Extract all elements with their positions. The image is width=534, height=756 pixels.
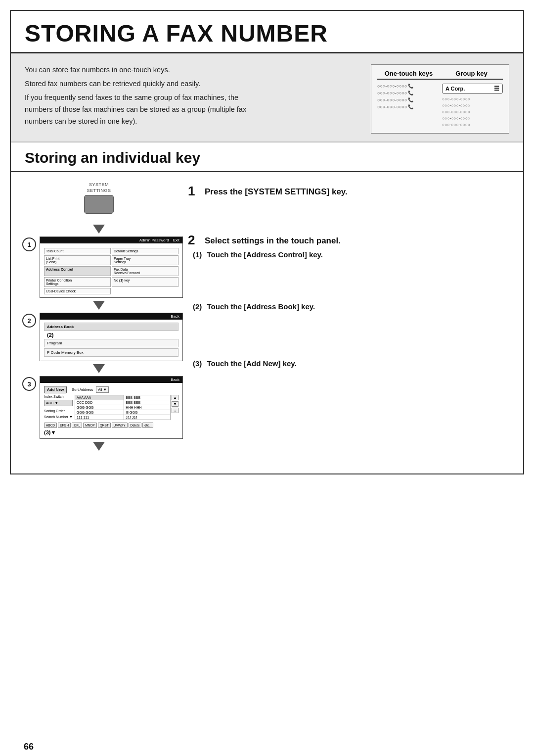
screen2-mockup: Back Address Book (2) Program F-Code Mem… [40, 313, 183, 361]
one-touch-key-2: ○○○-○○○-○○○○ 📞 [377, 91, 438, 95]
s3-add-new-btn[interactable]: Add New [44, 386, 67, 393]
s3-cell-ggg2: GGG GGG [75, 410, 124, 415]
screen3: Back Add New Sort Address All ▼ [40, 376, 173, 439]
screen1-grid: Total Count Default Settings List Print(… [44, 248, 178, 294]
arrow-2 [93, 301, 105, 310]
s3-scroll-up[interactable]: ▲ [172, 395, 178, 400]
keys-body: ○○○-○○○-○○○○ 📞 ○○○-○○○-○○○○ 📞 ○○○-○○○-○○… [377, 84, 503, 127]
s3-sort-dropdown[interactable]: All ▼ [96, 386, 109, 393]
intro-line1: You can store fax numbers in one-touch k… [25, 64, 356, 76]
section-title: Storing an individual key [25, 149, 200, 166]
one-touch-key-1: ○○○-○○○-○○○○ 📞 [377, 84, 438, 89]
group-row-3: ○○○-○○○-○○○○ [442, 109, 503, 114]
s3-cell-jjj: JJJ JJJ [124, 415, 171, 420]
s3-uvwxy[interactable]: UVWXY [112, 423, 128, 428]
system-settings-button[interactable] [84, 195, 114, 214]
s3-delete[interactable]: Delete [129, 423, 142, 428]
screen1: Admin Password Exit Total Count Default … [40, 236, 173, 298]
screen2-container: 2 Back Address Book (2) Program [25, 313, 173, 361]
s3-etc[interactable]: etc... [142, 423, 153, 428]
s3-abcd[interactable]: ABCD [44, 423, 57, 428]
step1-number-text: 1 Press the [SYSTEM SETTINGS] key. [188, 185, 509, 197]
s3-cell-bbb: BBB BBB [124, 395, 171, 400]
section-header: Storing an individual key [11, 142, 523, 172]
intro-line5: numbers can be stored in one key). [25, 116, 356, 128]
group-row-5: ○○○-○○○-○○○○ [442, 122, 503, 127]
group-row-2: ○○○-○○○-○○○○ [442, 103, 503, 108]
phone-icon-2: 📞 [408, 91, 413, 95]
screen3-top-row: Add New Sort Address All ▼ [44, 386, 178, 393]
step2-sub2-text: Touch the [Address Book] key. [207, 302, 315, 311]
keys-header: One-touch keys Group key [377, 70, 503, 80]
screen2-step-number: 2 [22, 314, 36, 328]
group-key-top: A Corp. ☰ [442, 84, 503, 94]
screen3-back: Back [171, 378, 179, 382]
step2-sub1-label: (1) [193, 250, 202, 259]
intro-line4: numbers of those fax machines can be sto… [25, 104, 356, 116]
phone-icon-1: 📞 [408, 84, 413, 89]
group-column: A Corp. ☰ ○○○-○○○-○○○○ ○○○-○○○-○○○○ ○○○-… [442, 84, 503, 127]
arrow-1 [93, 225, 105, 234]
screen1-exit: Exit [173, 238, 179, 242]
step2-entry: 2 Select settings in the touch panel. (1… [188, 231, 509, 259]
step1-description: Press the [SYSTEM SETTINGS] key. [205, 185, 348, 197]
step2-sub1-text: Touch the [Address Control] key. [207, 250, 323, 259]
s2-f-code[interactable]: F-Code Memory Box [44, 348, 178, 357]
sys-settings-container: SYSTEM SETTINGS [25, 182, 173, 214]
step3-sub1-text: Touch the [Add New] key. [207, 359, 297, 368]
intro-text: You can store fax numbers in one-touch k… [25, 64, 356, 134]
s3-mnop[interactable]: MNOP [83, 423, 97, 428]
step2-sub1: (1) Touch the [Address Control] key. [193, 250, 509, 259]
step2-sub2-label: (2) [193, 302, 202, 311]
s1-list-print: List Print(Send) [44, 255, 111, 265]
s1-usb-device: USB-Device Check [44, 288, 111, 294]
step3-sub1-label: (3) [193, 359, 202, 368]
intro-line2: Stored fax numbers can be retrieved quic… [25, 78, 356, 90]
sys-label-line2: SETTINGS [87, 188, 111, 194]
s3-cell-eee: EEE EEE [124, 400, 171, 405]
s1-total-count: Total Count [44, 248, 111, 254]
s3-step-indicator: (3)▼ [44, 429, 178, 435]
s3-qrst[interactable]: QRST [98, 423, 111, 428]
group-key-label: Group key [440, 70, 503, 80]
screen1-mockup: Admin Password Exit Total Count Default … [40, 236, 183, 298]
one-touch-key-4: ○○○-○○○-○○○○ 📞 [377, 104, 438, 109]
title-bar: STORING A FAX NUMBER [11, 11, 523, 53]
one-touch-keys-label: One-touch keys [377, 70, 440, 80]
s2-program[interactable]: Program [44, 339, 178, 347]
s3-sort-label: Sort Address [72, 387, 93, 392]
arrow-4 [93, 442, 105, 451]
screen1-body: Total Count Default Settings List Print(… [40, 243, 182, 297]
step2-number-text: 2 Select settings in the touch panel. [188, 234, 509, 246]
sys-label-line1: SYSTEM [87, 182, 111, 188]
step2-number: 2 [188, 234, 200, 246]
s3-cell-hhh: HHH HHH [124, 405, 171, 410]
s3-efgh[interactable]: EFGH [58, 423, 71, 428]
s2-address-book[interactable]: Address Book [44, 323, 178, 331]
table-row: 111 111 JJJ JJJ [75, 415, 170, 420]
s1-default-settings: Default Settings [112, 248, 178, 254]
s3-cell-ggg1: GGG GGG [75, 405, 124, 410]
ot-number-2: ○○○-○○○-○○○○ [377, 91, 407, 95]
group-key-rows: ○○○-○○○-○○○○ ○○○-○○○-○○○○ ○○○-○○○-○○○○ ○… [442, 96, 503, 127]
right-steps: 1 Press the [SYSTEM SETTINGS] key. 2 Sel… [188, 182, 509, 454]
ot-number-4: ○○○-○○○-○○○○ [377, 104, 407, 109]
table-row: GGG GGG III GGG [75, 410, 170, 415]
screen1-step-number: 1 [22, 237, 36, 251]
s3-abc-btn[interactable]: ABC ▼ [44, 400, 73, 406]
step3-entry: (3) Touch the [Add New] key. [188, 355, 509, 368]
phone-icon-3: 📞 [408, 97, 413, 102]
s3-scroll-more[interactable]: ↓ [172, 408, 178, 413]
screen1-admin-password: Admin Password [139, 238, 169, 242]
s3-scroll-down[interactable]: ▼ [172, 401, 178, 407]
intro-section: You can store fax numbers in one-touch k… [11, 53, 523, 142]
screen3-mockup: Back Add New Sort Address All ▼ [40, 376, 183, 439]
screen3-left-panel: Index Switch ABC ▼ Sorting Order Search … [44, 395, 73, 422]
page-number: 66 [24, 742, 34, 752]
s1-address-control[interactable]: Address Control [44, 266, 111, 276]
group-key-name: A Corp. [445, 86, 465, 92]
group-row-1: ○○○-○○○-○○○○ [442, 96, 503, 101]
screen2-back: Back [171, 314, 179, 319]
s3-ijkl[interactable]: IJKL [72, 423, 82, 428]
screen2-body: Address Book (2) Program F-Code Memory B… [40, 320, 182, 361]
